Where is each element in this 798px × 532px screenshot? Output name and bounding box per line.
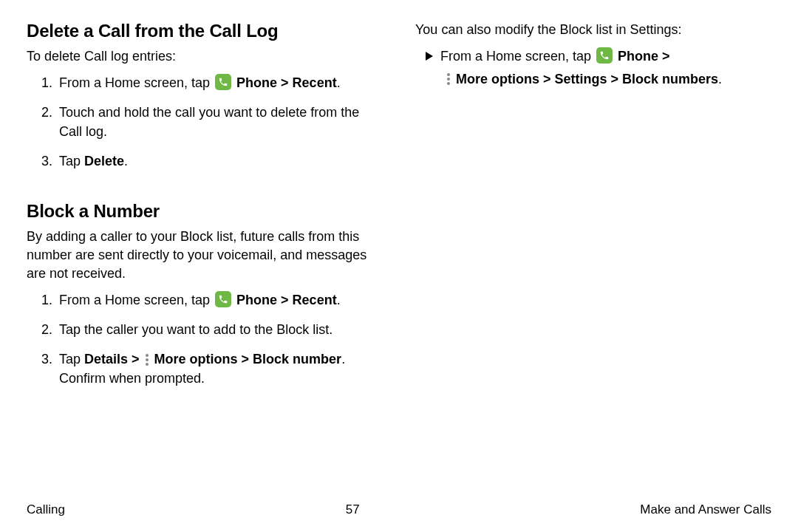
step-text: From a Home screen, tap: [59, 293, 214, 307]
step-bold: Details >: [84, 352, 143, 366]
step-text: From a Home screen, tap: [59, 75, 214, 90]
list-arrow-icon: [426, 52, 433, 61]
manual-page: Delete a Call from the Call Log To delet…: [0, 0, 798, 532]
footer-left: Calling: [27, 502, 65, 517]
path-line2: More options > Settings > Block numbers.: [445, 69, 771, 89]
intro-delete: To delete Call log entries:: [27, 47, 383, 66]
footer-right: Make and Answer Calls: [640, 502, 771, 517]
block-step-3: Tap Details > More options > Block numbe…: [56, 349, 383, 388]
path-bold: More options > Settings > Block numbers: [456, 72, 718, 86]
phone-icon: [215, 291, 231, 307]
two-column-layout: Delete a Call from the Call Log To delet…: [27, 21, 771, 399]
step-bold: Phone > Recent: [236, 75, 337, 90]
intro-block: By adding a caller to your Block list, f…: [27, 228, 383, 284]
delete-step-1: From a Home screen, tap Phone > Recent.: [56, 73, 383, 92]
step-dot: .: [337, 75, 341, 90]
path-bold: Phone >: [618, 49, 670, 64]
delete-steps-list: From a Home screen, tap Phone > Recent. …: [27, 73, 383, 171]
block-steps-list: From a Home screen, tap Phone > Recent. …: [27, 290, 383, 388]
path-dot: .: [718, 72, 722, 86]
left-column: Delete a Call from the Call Log To delet…: [27, 21, 383, 399]
step-bold: Phone > Recent: [236, 293, 337, 307]
heading-delete-call: Delete a Call from the Call Log: [27, 21, 383, 41]
block-step-2: Tap the caller you want to add to the Bl…: [56, 320, 383, 339]
step-text: Tap: [59, 352, 84, 366]
step-bold: Delete: [84, 154, 124, 168]
footer-page-number: 57: [346, 502, 360, 517]
phone-icon: [596, 47, 613, 64]
path-text: From a Home screen, tap: [440, 49, 595, 64]
heading-block-number: Block a Number: [27, 201, 383, 222]
step-dot: .: [124, 154, 128, 168]
phone-icon: [215, 74, 231, 90]
more-options-icon: [447, 73, 450, 85]
step-dot: .: [337, 293, 341, 307]
more-options-icon: [146, 354, 149, 366]
page-footer: Calling 57 Make and Answer Calls: [27, 502, 771, 517]
delete-step-3: Tap Delete.: [56, 151, 383, 171]
step-text: Tap: [59, 154, 84, 168]
step-bold: More options > Block number: [154, 352, 342, 366]
right-column: You can also modify the Block list in Se…: [415, 21, 771, 399]
delete-step-2: Touch and hold the call you want to dele…: [56, 103, 383, 141]
intro-settings-path: You can also modify the Block list in Se…: [415, 21, 771, 39]
block-step-1: From a Home screen, tap Phone > Recent.: [56, 290, 383, 310]
settings-path-block: From a Home screen, tap Phone > More opt…: [415, 47, 771, 89]
